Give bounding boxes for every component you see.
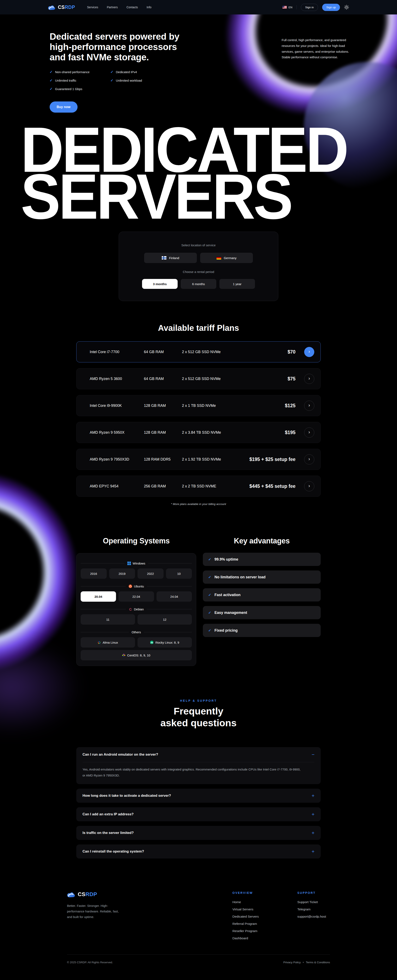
faq-question[interactable]: How long does it take to activate a dedi… xyxy=(83,789,314,803)
plan-ram: 64 GB RAM xyxy=(144,350,182,354)
faq-question[interactable]: Can I reinstall the operating system? + xyxy=(83,845,314,859)
footer-link-reseller-program[interactable]: Reseller Program xyxy=(233,929,297,933)
plans-list: Intel Core i7-7700 64 GB RAM 2 x 512 GB … xyxy=(76,341,321,506)
os-group-others: Others xyxy=(81,630,192,634)
language-label: EN xyxy=(289,6,292,9)
feature-item: ✓ Non-shared performance xyxy=(49,70,101,74)
sign-in-button[interactable]: Sign in xyxy=(301,4,318,11)
plan-price: $195 xyxy=(285,430,295,435)
os-button-windows-2019[interactable]: 2019 xyxy=(109,568,135,579)
collapse-minus-icon[interactable]: − xyxy=(312,752,314,757)
footer-link-home[interactable]: Home xyxy=(233,900,297,904)
nav-item-contacts[interactable]: Contacts xyxy=(126,6,138,9)
us-flag-icon xyxy=(282,6,287,9)
check-icon: ✓ xyxy=(49,78,53,83)
plan-arrow-button[interactable]: › xyxy=(304,347,314,357)
plan-price: $445 + $45 setup fee xyxy=(249,484,295,489)
chevron-right-icon: › xyxy=(308,349,310,354)
plan-row[interactable]: AMD Ryzen 5 3600 64 GB RAM 2 x 512 GB SS… xyxy=(76,368,321,389)
footer-link-referral-program[interactable]: Referral Program xyxy=(233,922,297,926)
top-navigation-bar: CSRDP Services Partners Contacts Info EN… xyxy=(0,0,397,14)
check-icon: ✓ xyxy=(110,70,113,74)
theme-toggle-sun-icon[interactable] xyxy=(344,5,349,10)
os-button-windows-2016[interactable]: 2016 xyxy=(81,568,107,579)
header-divider xyxy=(297,5,297,9)
cloud-logo-icon xyxy=(67,891,76,897)
advantage-item: ✓ Fixed pricing xyxy=(203,624,321,637)
os-button-rocky-linux[interactable]: Rocky Linux: 8, 9 xyxy=(137,637,192,648)
footer-logo[interactable]: CSRDP xyxy=(67,891,138,897)
expand-plus-icon[interactable]: + xyxy=(312,830,314,836)
plan-arrow-button[interactable]: › xyxy=(304,428,314,438)
faq-question[interactable]: Can I run an Android emulator on the ser… xyxy=(83,747,314,762)
location-button-germany[interactable]: Germany xyxy=(200,253,253,263)
footer-link-dedicated-servers[interactable]: Dedicated Servers xyxy=(233,915,297,918)
buy-now-button[interactable]: Buy now xyxy=(49,102,78,113)
check-icon: ✓ xyxy=(208,575,211,579)
os-button-debian-11[interactable]: 11 xyxy=(81,614,135,625)
plan-arrow-button[interactable]: › xyxy=(304,374,314,384)
plan-arrow-button[interactable]: › xyxy=(304,481,314,492)
plan-row[interactable]: Intel Core i9-9900K 128 GB RAM 2 x 1 TB … xyxy=(76,395,321,416)
nav-item-partners[interactable]: Partners xyxy=(107,6,118,9)
sign-up-button[interactable]: Sign up xyxy=(322,4,340,11)
faq-question[interactable]: Is traffic on the server limited? + xyxy=(83,826,314,840)
feature-item: ✓ Unlimited traffic xyxy=(49,78,101,83)
faq-item: Is traffic on the server limited? + xyxy=(76,826,321,840)
check-icon: ✓ xyxy=(208,593,211,597)
faq-title: Frequently asked questions xyxy=(0,705,397,729)
faq-eyebrow: HELP & SUPPORT xyxy=(0,699,397,702)
nav-item-services[interactable]: Services xyxy=(87,6,98,9)
logo[interactable]: CSRDP xyxy=(48,5,75,10)
faq-item: How long does it take to activate a dedi… xyxy=(76,789,321,803)
footer-link-virtual-servers[interactable]: Virtual Servers xyxy=(233,907,297,911)
language-selector[interactable]: EN xyxy=(282,6,292,9)
os-button-centos[interactable]: CentOS: 8, 9, 10 xyxy=(81,650,192,660)
plan-row[interactable]: AMD Ryzen 9 7950X3D 128 RAM DDR5 2 x 1.9… xyxy=(76,449,321,470)
os-button-ubuntu-2404[interactable]: 24.04 xyxy=(156,591,192,602)
os-button-windows-2022[interactable]: 2022 xyxy=(137,568,164,579)
faq-item: Can I add an extra IP address? + xyxy=(76,807,321,821)
faq-list: Can I run an Android emulator on the ser… xyxy=(76,747,321,859)
plan-row[interactable]: AMD EPYC 9454 256 GB RAM 2 x 2 TB SSD NV… xyxy=(76,476,321,497)
plan-arrow-button[interactable]: › xyxy=(304,401,314,411)
plan-row[interactable]: Intel Core i7-7700 64 GB RAM 2 x 512 GB … xyxy=(76,341,321,363)
advantage-item: ✓ Easy management xyxy=(203,606,321,619)
os-button-ubuntu-2204[interactable]: 22.04 xyxy=(118,591,154,602)
period-button-6-months[interactable]: 6 months xyxy=(181,279,216,289)
centos-icon xyxy=(122,654,125,657)
terms-conditions-link[interactable]: Terms & Conditions xyxy=(306,961,330,964)
os-button-alma-linux[interactable]: Alma Linux xyxy=(81,637,135,648)
period-button-1-year[interactable]: 1 year xyxy=(219,279,255,289)
logo-text: CSRDP xyxy=(58,5,75,10)
os-button-debian-12[interactable]: 12 xyxy=(137,614,192,625)
plan-storage: 2 x 2 TB SSD NVME xyxy=(182,484,249,488)
main-nav: Services Partners Contacts Info xyxy=(87,6,151,9)
check-icon: ✓ xyxy=(110,78,113,83)
legal-separator: • xyxy=(303,961,304,964)
expand-plus-icon[interactable]: + xyxy=(312,793,314,799)
footer-link-telegram[interactable]: Telegram xyxy=(297,907,330,911)
plan-price: $70 xyxy=(288,349,295,355)
chevron-right-icon: › xyxy=(308,484,310,488)
footer: CSRDP Better. Faster. Stronger. High-per… xyxy=(67,891,330,964)
plan-arrow-button[interactable]: › xyxy=(304,454,314,465)
check-icon: ✓ xyxy=(208,628,211,633)
nav-item-info[interactable]: Info xyxy=(147,6,151,9)
os-button-ubuntu-2004[interactable]: 20.04 xyxy=(81,591,116,602)
plan-row[interactable]: AMD Ryzen 9 5950X 128 GB RAM 2 x 3.84 TB… xyxy=(76,422,321,443)
os-button-windows-10[interactable]: 10 xyxy=(166,568,192,579)
footer-link-dashboard[interactable]: Dashboard xyxy=(233,936,297,940)
faq-question[interactable]: Can I add an extra IP address? + xyxy=(83,807,314,821)
expand-plus-icon[interactable]: + xyxy=(312,849,314,854)
privacy-policy-link[interactable]: Privacy Policy xyxy=(283,961,301,964)
footer-link-support-ticket[interactable]: Support Ticket xyxy=(297,900,330,904)
period-button-3-months[interactable]: 3 months xyxy=(142,279,178,289)
copyright-text: © 2025 CSRDP. All Rights Reserved. xyxy=(67,961,113,964)
footer-link-support-email[interactable]: support@csrdp.host xyxy=(297,915,330,918)
expand-plus-icon[interactable]: + xyxy=(312,811,314,817)
alma-linux-icon xyxy=(97,641,101,644)
plan-cpu: Intel Core i9-9900K xyxy=(90,404,144,408)
check-icon: ✓ xyxy=(208,557,211,562)
location-button-finland[interactable]: Finland xyxy=(144,253,197,263)
